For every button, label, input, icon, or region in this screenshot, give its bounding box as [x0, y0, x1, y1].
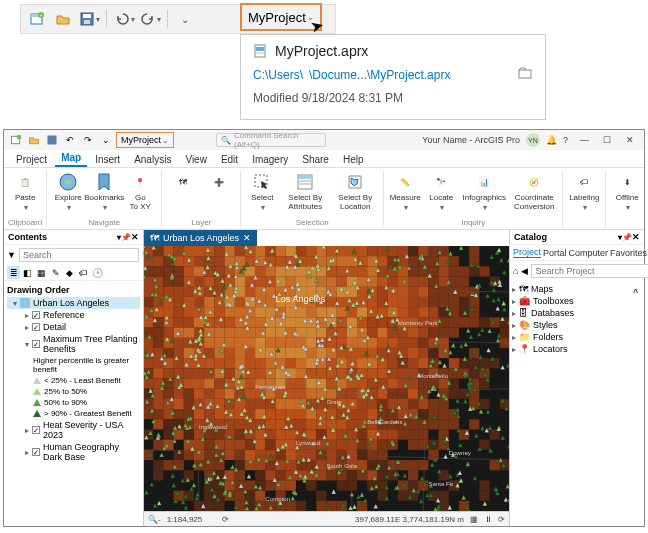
catalog-node-locators[interactable]: ▸📍Locators: [512, 343, 642, 355]
catalog-node-folders[interactable]: ▸📁Folders: [512, 331, 642, 343]
qat-more-icon[interactable]: ⌄: [98, 132, 114, 148]
qat-customize-icon[interactable]: ⌄: [173, 7, 197, 31]
bookmarks-button[interactable]: Bookmarks▾: [87, 172, 121, 212]
catalog-tab-project[interactable]: Project: [513, 247, 541, 258]
toc-list-by-time-icon[interactable]: 🕒: [91, 266, 104, 279]
toc-layer-reference[interactable]: ▸✓Reference: [7, 309, 140, 321]
select-button[interactable]: Select▾: [245, 172, 279, 212]
pause-drawing-icon[interactable]: ⏸: [484, 515, 492, 524]
new-project-icon[interactable]: +: [25, 7, 49, 31]
catalog-node-databases[interactable]: ▸🗄Databases: [512, 307, 642, 319]
qat-open-icon[interactable]: [26, 132, 42, 148]
svg-rect-603: [327, 419, 337, 429]
help-icon[interactable]: ?: [563, 135, 568, 145]
panel-pin-icon[interactable]: 📌: [622, 233, 632, 242]
svg-rect-106: [276, 266, 286, 276]
toc-layer-detail[interactable]: ▸✓Detail: [7, 321, 140, 333]
svg-rect-188: [428, 287, 438, 297]
project-dropdown-button[interactable]: MyProject ⌄: [240, 3, 322, 31]
toc-list-by-labeling-icon[interactable]: 🏷: [77, 266, 90, 279]
infographics-button[interactable]: 📊Infographics▾: [460, 172, 508, 212]
tab-help[interactable]: Help: [337, 152, 370, 167]
rotation-icon[interactable]: ⟳: [222, 515, 229, 524]
add-data-button[interactable]: ➕: [202, 172, 236, 192]
catalog-node-styles[interactable]: ▸🎨Styles: [512, 319, 642, 331]
tab-edit[interactable]: Edit: [215, 152, 244, 167]
select-by-attributes-button[interactable]: Select By Attributes: [281, 172, 329, 211]
catalog-node-maps[interactable]: ▸🗺Maps: [512, 283, 642, 295]
info-path-users-link[interactable]: C:\Users\: [253, 68, 303, 82]
tab-imagery[interactable]: Imagery: [246, 152, 294, 167]
toc-list-by-drawing-order-icon[interactable]: ≣: [7, 266, 20, 279]
redo-icon[interactable]: ▾: [138, 7, 162, 31]
catalog-tab-computer[interactable]: Computer: [569, 248, 609, 258]
filter-icon[interactable]: ▼: [7, 250, 16, 260]
snap-icon[interactable]: ▦: [470, 515, 478, 524]
toc-map-item[interactable]: ▾ Urban Los Angeles: [7, 297, 140, 309]
svg-rect-505: [296, 389, 306, 399]
map-canvas[interactable]: Los AngelesMonterey ParkMontebelloFernan…: [144, 246, 509, 511]
panel-close-icon[interactable]: ✕: [131, 232, 139, 242]
qat-redo-icon[interactable]: ↷: [80, 132, 96, 148]
toc-list-by-source-icon[interactable]: ◧: [21, 266, 34, 279]
toc-layer-base[interactable]: ▸✓Human Geography Dark Base: [7, 441, 140, 463]
home-icon[interactable]: ⌂: [513, 266, 518, 276]
svg-rect-561: [204, 409, 214, 419]
tab-view[interactable]: View: [179, 152, 213, 167]
coord-conversion-button[interactable]: 🧭Coordinate Conversion: [510, 172, 558, 211]
svg-rect-233: [214, 307, 224, 317]
undo-icon[interactable]: ▾: [112, 7, 136, 31]
browse-folder-icon[interactable]: [517, 65, 533, 85]
labeling-button[interactable]: 🏷Labeling▾: [567, 172, 601, 212]
info-path-file-link[interactable]: \Docume...\MyProject.aprx: [309, 68, 450, 82]
map-tab-urban[interactable]: 🗺 Urban Los Angeles ✕: [144, 230, 257, 246]
maximize-button[interactable]: ☐: [597, 135, 617, 145]
user-avatar[interactable]: YN: [526, 133, 540, 147]
paste-button[interactable]: 📋Paste▾: [8, 172, 42, 212]
ribbon-collapse-icon[interactable]: ^: [633, 288, 638, 299]
toc-list-by-snapping-icon[interactable]: ◆: [63, 266, 76, 279]
open-project-icon[interactable]: [51, 7, 75, 31]
tab-project[interactable]: Project: [10, 152, 53, 167]
contents-search-input[interactable]: [19, 248, 139, 262]
catalog-search-input[interactable]: [531, 264, 648, 278]
measure-button[interactable]: 📏Measure▾: [388, 172, 422, 212]
explore-button[interactable]: Explore▾: [51, 172, 85, 212]
svg-rect-339: [265, 338, 275, 348]
qat-project-dropdown[interactable]: MyProject ⌄: [116, 132, 174, 148]
minimize-button[interactable]: —: [574, 135, 595, 145]
toc-layer-mtp[interactable]: ▾✓Maximum Tree Planting Benefits: [7, 333, 140, 355]
toc-layer-heat[interactable]: ▸✓Heat Severity - USA 2023: [7, 419, 140, 441]
close-tab-icon[interactable]: ✕: [243, 233, 251, 243]
tab-map[interactable]: Map: [55, 150, 87, 167]
save-project-icon[interactable]: ▾: [77, 7, 101, 31]
panel-pin-icon[interactable]: 📌: [121, 233, 131, 242]
svg-rect-202: [235, 297, 245, 307]
close-button[interactable]: ✕: [620, 135, 640, 145]
offline-button[interactable]: ⬇Offline▾: [610, 172, 644, 212]
gotoxy-button[interactable]: 📍Go To XY: [123, 172, 157, 211]
toc-list-by-selection-icon[interactable]: ▦: [35, 266, 48, 279]
panel-close-icon[interactable]: ✕: [632, 232, 640, 242]
qat-save-icon[interactable]: [44, 132, 60, 148]
catalog-tab-portal[interactable]: Portal: [543, 248, 567, 258]
back-icon[interactable]: ◀: [521, 266, 528, 276]
basemap-button[interactable]: 🗺: [166, 172, 200, 192]
qat-new-icon[interactable]: [8, 132, 24, 148]
svg-rect-68: [214, 256, 224, 266]
command-search-box[interactable]: 🔍 Command Search (Alt+Q): [216, 133, 326, 147]
catalog-node-toolboxes[interactable]: ▸🧰Toolboxes: [512, 295, 642, 307]
tab-share[interactable]: Share: [296, 152, 335, 167]
select-by-location-button[interactable]: Select By Location: [331, 172, 379, 211]
catalog-tab-favorites[interactable]: Favorites: [610, 248, 647, 258]
notification-icon[interactable]: 🔔: [546, 135, 557, 145]
tab-insert[interactable]: Insert: [89, 152, 126, 167]
locate-button[interactable]: 🔭Locate▾: [424, 172, 458, 212]
tab-analysis[interactable]: Analysis: [128, 152, 177, 167]
toc-list-by-editing-icon[interactable]: ✎: [49, 266, 62, 279]
qat-undo-icon[interactable]: ↶: [62, 132, 78, 148]
refresh-icon[interactable]: ⟳: [498, 515, 505, 524]
scale-readout[interactable]: 1:184,925: [167, 515, 203, 524]
svg-rect-455: [469, 368, 479, 378]
zoom-out-icon[interactable]: 🔍-: [148, 515, 161, 524]
